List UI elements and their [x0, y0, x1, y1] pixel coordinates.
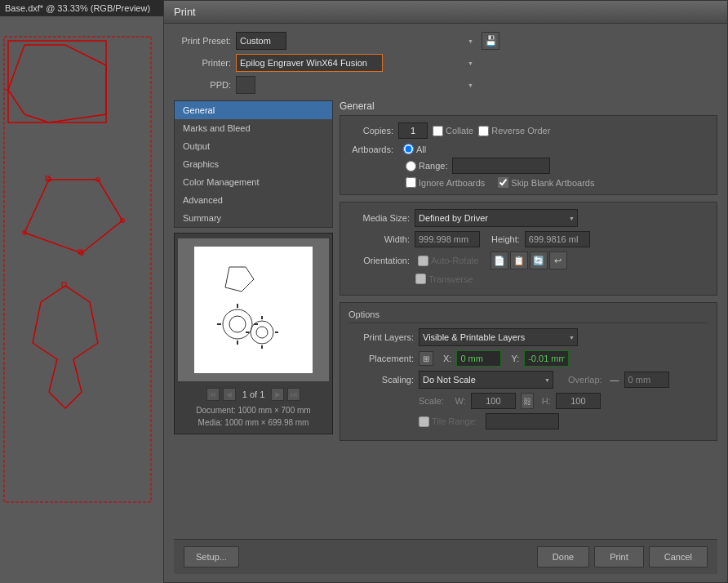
layers-select-wrap[interactable]: Visible & Printable Layers [419, 328, 578, 346]
tile-range-checkbox-label: Tile Range: [419, 416, 477, 427]
svg-point-19 [251, 321, 273, 344]
placement-label: Placement: [348, 354, 414, 363]
width-label: Width: [348, 234, 410, 244]
all-radio[interactable] [403, 144, 414, 154]
orient-landscape-flip-button[interactable]: ↩ [549, 251, 567, 269]
canvas-content [0, 16, 167, 583]
prev-page-button[interactable]: ◀ [223, 388, 236, 401]
copies-input[interactable] [398, 122, 428, 139]
chain-icon[interactable]: ⛓ [521, 393, 534, 409]
print-layers-row: Print Layers: Visible & Printable Layers [348, 328, 708, 346]
general-title: General [340, 100, 717, 112]
scale-row: Scale: W: ⛓ H: [348, 393, 708, 409]
auto-rotate-checkbox[interactable] [418, 256, 428, 266]
height-input[interactable] [525, 231, 590, 247]
sidebar: General Marks and Bleed Output Graphics … [174, 100, 333, 532]
y-input[interactable] [524, 350, 569, 367]
sidebar-item-advanced[interactable]: Advanced [175, 191, 332, 209]
svg-point-13 [223, 309, 252, 339]
options-section: Options Print Layers: Visible & Printabl… [340, 302, 717, 441]
media-size-row: Media Size: Defined by Driver [348, 209, 708, 227]
printer-select-wrap[interactable]: Epilog Engraver WinX64 Fusion [236, 54, 477, 72]
cancel-button[interactable]: Cancel [649, 546, 708, 567]
skip-blank-checkbox[interactable] [498, 177, 508, 188]
preview-area [178, 238, 329, 381]
canvas-svg [0, 16, 167, 583]
sidebar-item-output[interactable]: Output [175, 137, 332, 155]
preview-nav: ⏮ ◀ 1 of 1 ▶ ⏭ [206, 388, 301, 401]
artboards-label: Artboards: [348, 145, 393, 154]
media-size-select[interactable]: Defined by Driver [415, 209, 578, 227]
media-size-select-wrap[interactable]: Defined by Driver [415, 209, 578, 227]
scaling-label: Scaling: [348, 375, 414, 385]
print-layers-label: Print Layers: [348, 332, 414, 342]
reverse-order-checkbox[interactable] [478, 126, 489, 136]
sidebar-item-graphics[interactable]: Graphics [175, 155, 332, 173]
orientation-label: Orientation: [348, 256, 410, 265]
canvas-title: Base.dxf* @ 33.33% (RGB/Preview) [0, 0, 167, 16]
scale-h-input[interactable] [556, 393, 601, 409]
collate-checkbox[interactable] [433, 126, 443, 136]
orient-portrait-flip-button[interactable]: 🔄 [530, 251, 548, 269]
copies-label: Copies: [348, 126, 393, 136]
transverse-label: Transverse [415, 274, 473, 284]
placement-icon[interactable]: ⊞ [419, 351, 433, 366]
setup-button[interactable]: Setup... [184, 546, 239, 567]
transverse-checkbox[interactable] [415, 274, 426, 284]
layers-select[interactable]: Visible & Printable Layers [419, 328, 578, 346]
range-radio-label: Range: [406, 161, 447, 171]
print-button[interactable]: Print [594, 546, 644, 567]
placement-row: Placement: ⊞ X: Y: [348, 350, 708, 367]
x-label: X: [443, 354, 451, 363]
scale-label: Scale: [419, 396, 444, 406]
scaling-select[interactable]: Do Not Scale [419, 371, 553, 389]
range-input[interactable] [452, 158, 550, 174]
copies-row: Copies: Collate Reverse Order [348, 122, 708, 139]
done-button[interactable]: Done [537, 546, 589, 567]
right-buttons: Done Print Cancel [537, 546, 708, 567]
range-radio[interactable] [406, 161, 416, 171]
last-page-button[interactable]: ⏭ [287, 388, 300, 401]
ppd-label: PPD: [174, 80, 231, 90]
general-section: General Copies: Collate [340, 100, 717, 195]
svg-rect-0 [8, 41, 106, 122]
overlap-input[interactable] [624, 372, 669, 388]
printer-select[interactable]: Epilog Engraver WinX64 Fusion [236, 54, 383, 72]
collate-checkbox-label: Collate [433, 126, 473, 136]
scaling-select-wrap[interactable]: Do Not Scale [419, 371, 553, 389]
preset-select[interactable]: Custom [236, 32, 286, 50]
dialog-title: Print [164, 1, 727, 24]
tile-range-checkbox[interactable] [419, 416, 429, 427]
sidebar-item-color-management[interactable]: Color Management [175, 173, 332, 191]
sidebar-item-general[interactable]: General [175, 101, 332, 119]
width-input[interactable] [415, 231, 480, 247]
first-page-button[interactable]: ⏮ [206, 388, 220, 401]
dimensions-row: Width: Height: [348, 231, 708, 247]
sidebar-item-marks-bleed[interactable]: Marks and Bleed [175, 119, 332, 137]
svg-marker-12 [225, 267, 254, 292]
preset-label: Print Preset: [174, 36, 231, 46]
x-input[interactable] [456, 350, 501, 367]
preview-panel: ⏮ ◀ 1 of 1 ▶ ⏭ Document: 1000 mm × 700 m… [174, 233, 333, 434]
orient-portrait-button[interactable]: 📄 [491, 251, 508, 269]
auto-rotate-label: Auto-Rotate [418, 256, 479, 266]
sidebar-item-summary[interactable]: Summary [175, 209, 332, 227]
y-label: Y: [511, 354, 519, 363]
orient-landscape-button[interactable]: 📋 [510, 251, 528, 269]
ppd-select[interactable] [236, 76, 255, 94]
orientation-row: Orientation: Auto-Rotate 📄 📋 🔄 ↩ [348, 251, 708, 269]
ppd-select-wrap[interactable] [236, 76, 477, 94]
next-page-button[interactable]: ▶ [271, 388, 284, 401]
general-box: Copies: Collate Reverse Order [340, 115, 717, 195]
tile-range-input[interactable] [486, 413, 559, 429]
overlap-minus-btn[interactable]: — [610, 375, 619, 385]
scale-w-input[interactable] [471, 393, 516, 409]
bottom-bar: Setup... Done Print Cancel [174, 539, 717, 574]
tile-range-row: Tile Range: [348, 413, 708, 429]
scaling-row: Scaling: Do Not Scale Overlap: — [348, 371, 708, 389]
h-label: H: [542, 396, 551, 406]
preset-select-wrap[interactable]: Custom [236, 32, 477, 50]
ignore-artboards-checkbox[interactable] [406, 177, 416, 188]
save-preset-button[interactable]: 💾 [482, 32, 499, 50]
all-radio-label: All [403, 144, 426, 154]
